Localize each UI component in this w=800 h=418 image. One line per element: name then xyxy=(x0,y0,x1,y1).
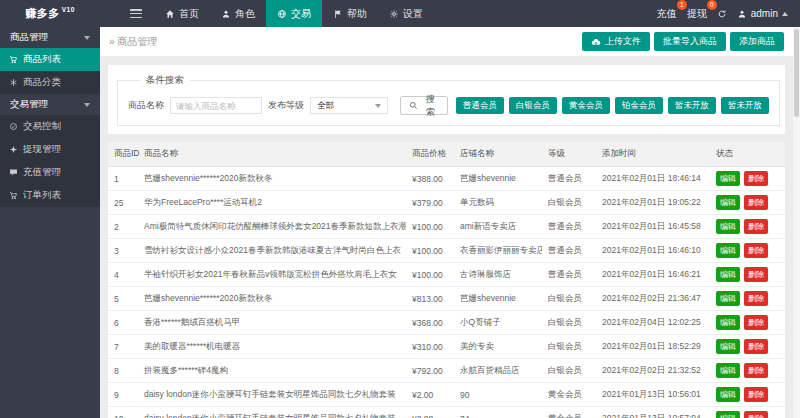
recharge-label: 充值 xyxy=(657,8,677,19)
cell-product-name: 半袖针织开衫女2021年春秋新品v领韩版宽松拼色外搭坎肩毛上衣女 xyxy=(138,263,406,287)
cell-shop-name: 古诗琳服饰店 xyxy=(454,263,542,287)
globe-icon xyxy=(277,9,287,19)
withdraw-icon xyxy=(9,145,18,154)
nav-item-gear[interactable]: 设置 xyxy=(378,0,434,27)
delete-button[interactable]: 删除 xyxy=(744,411,768,418)
add-product-button[interactable]: 添加商品 xyxy=(730,32,784,51)
vertical-scrollbar[interactable] xyxy=(793,27,800,418)
cell-product-id: 4 xyxy=(108,263,138,287)
chevron-down-icon xyxy=(84,103,90,107)
cell-level: 普通会员 xyxy=(542,263,596,287)
table-row: 4半袖针织开衫女2021年春秋新品v领韩版宽松拼色外搭坎肩毛上衣女¥100.00… xyxy=(108,263,785,287)
level-select[interactable]: 全部 xyxy=(310,97,388,114)
column-header: 状态 xyxy=(710,142,785,167)
level-filter-button-4[interactable]: 暂未开放 xyxy=(668,97,716,114)
level-filter-button-3[interactable]: 铂金会员 xyxy=(615,97,663,114)
upload-cloud-icon xyxy=(591,37,601,47)
nav-item-flag[interactable]: 帮助 xyxy=(322,0,378,27)
cell-level: 白银会员 xyxy=(542,311,596,335)
cell-level: 普通会员 xyxy=(542,239,596,263)
search-card: 条件搜索 商品名称 发布等级 全部 搜 索 普通会员白银会员黄金会员铂金会员暂未… xyxy=(108,65,785,134)
withdraw-link[interactable]: 提现0 xyxy=(687,7,707,21)
edit-button[interactable]: 编辑 xyxy=(716,339,740,354)
cell-status: 编辑删除 xyxy=(710,335,785,359)
edit-button[interactable]: 编辑 xyxy=(716,171,740,186)
edit-button[interactable]: 编辑 xyxy=(716,219,740,234)
delete-button[interactable]: 删除 xyxy=(744,267,768,282)
breadcrumb-bar: » 商品管理 上传文件 批量导入商品 添加商品 xyxy=(100,27,793,57)
edit-button[interactable]: 编辑 xyxy=(716,411,740,418)
upload-file-button[interactable]: 上传文件 xyxy=(582,32,650,51)
delete-button[interactable]: 删除 xyxy=(744,315,768,330)
delete-button[interactable]: 删除 xyxy=(744,339,768,354)
table-row: 5芭姗shevennie******2020新款秋冬¥813.00芭姗sheve… xyxy=(108,287,785,311)
nav-item-home[interactable]: 首页 xyxy=(154,0,210,27)
user-menu[interactable]: admin xyxy=(737,8,788,19)
delete-button[interactable]: 删除 xyxy=(744,291,768,306)
sidebar-group-0[interactable]: 商品管理 xyxy=(0,27,100,48)
chevron-down-icon xyxy=(375,104,381,108)
edit-button[interactable]: 编辑 xyxy=(716,363,740,378)
cell-product-id: 8 xyxy=(108,359,138,383)
cell-product-id: 1 xyxy=(108,167,138,191)
nav-item-globe[interactable]: 交易 xyxy=(266,0,322,27)
delete-button[interactable]: 删除 xyxy=(744,243,768,258)
user-icon xyxy=(221,9,231,19)
level-filter-button-5[interactable]: 暂未开放 xyxy=(721,97,769,114)
edit-button[interactable]: 编辑 xyxy=(716,291,740,306)
column-header: 商品ID xyxy=(108,142,138,167)
sidebar-item-category[interactable]: 商品分类 xyxy=(0,71,100,94)
breadcrumb-separator-icon: » xyxy=(109,36,115,47)
cell-added-time: 2021年02月01日 16:46:21 xyxy=(596,263,710,287)
cell-product-name: daisy london迷你小蛮腰耳钉手链套装女明星饰品同款七夕礼物套装 xyxy=(138,383,406,407)
edit-button[interactable]: 编辑 xyxy=(716,195,740,210)
level-filter-button-2[interactable]: 黄金会员 xyxy=(562,97,610,114)
level-filter-button-0[interactable]: 普通会员 xyxy=(456,97,504,114)
level-filter-button-1[interactable]: 白银会员 xyxy=(509,97,557,114)
product-name-input[interactable] xyxy=(170,97,262,114)
breadcrumb-title: 商品管理 xyxy=(117,36,157,47)
cell-shop-name: 永航百货精品店 xyxy=(454,359,542,383)
nav-item-user[interactable]: 角色 xyxy=(210,0,266,27)
nav-item-label: 交易 xyxy=(291,7,311,21)
cell-added-time: 2021年02月01日 18:52:29 xyxy=(596,335,710,359)
search-button[interactable]: 搜 索 xyxy=(400,96,448,115)
delete-button[interactable]: 删除 xyxy=(744,195,768,210)
edit-button[interactable]: 编辑 xyxy=(716,267,740,282)
sidebar-item-recharge[interactable]: 充值管理 xyxy=(0,161,100,184)
sidebar-group-1[interactable]: 交易管理 xyxy=(0,94,100,115)
cell-product-name: 芭姗shevennie******2020新款秋冬 xyxy=(138,167,406,191)
sidebar-item-cart[interactable]: 商品列表 xyxy=(0,48,100,71)
nav-item-label: 首页 xyxy=(179,7,199,21)
edit-button[interactable]: 编辑 xyxy=(716,243,740,258)
refresh-icon[interactable] xyxy=(717,9,727,19)
delete-button[interactable]: 删除 xyxy=(744,387,768,402)
sidebar-item-order[interactable]: 订单列表 xyxy=(0,184,100,207)
sidebar-item-withdraw[interactable]: 提现管理 xyxy=(0,138,100,161)
edit-button[interactable]: 编辑 xyxy=(716,387,740,402)
cell-status: 编辑删除 xyxy=(710,191,785,215)
edit-button[interactable]: 编辑 xyxy=(716,315,740,330)
scrollbar-thumb[interactable] xyxy=(794,29,799,117)
cell-level: 黄金会员 xyxy=(542,383,596,407)
content: 条件搜索 商品名称 发布等级 全部 搜 索 普通会员白银会员黄金会员铂金会员暂未… xyxy=(100,57,793,418)
cell-level: 白银会员 xyxy=(542,335,596,359)
gear-icon xyxy=(389,9,399,19)
cell-status: 编辑删除 xyxy=(710,407,785,418)
delete-button[interactable]: 删除 xyxy=(744,171,768,186)
home-icon xyxy=(165,9,175,19)
sidebar-group-label: 交易管理 xyxy=(10,98,48,111)
batch-import-button[interactable]: 批量导入商品 xyxy=(654,32,726,51)
search-legend: 条件搜索 xyxy=(140,74,190,87)
search-icon xyxy=(409,101,418,110)
hamburger-icon[interactable] xyxy=(130,9,142,18)
delete-button[interactable]: 删除 xyxy=(744,219,768,234)
recharge-link[interactable]: 充值1 xyxy=(657,7,677,21)
sidebar-item-control[interactable]: 交易控制 xyxy=(0,115,100,138)
table-body: 1芭姗shevennie******2020新款秋冬¥388.00芭姗sheve… xyxy=(108,167,785,418)
cell-status: 编辑删除 xyxy=(710,215,785,239)
table-row: 8拼装魔多******碑4魔构¥792.00永航百货精品店白银会员2021年02… xyxy=(108,359,785,383)
delete-button[interactable]: 删除 xyxy=(744,363,768,378)
recharge-badge: 1 xyxy=(677,0,687,10)
nav-item-label: 帮助 xyxy=(347,7,367,21)
